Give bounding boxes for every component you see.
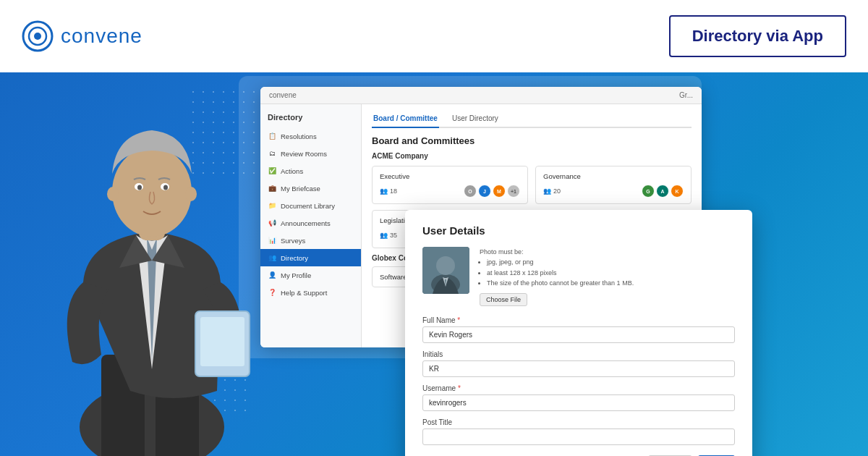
photo-requirements: Photo must be: jpg, jpeg, or png at leas… — [480, 247, 634, 306]
executive-footer: 👥 18 O J M +1 — [380, 185, 520, 198]
svg-point-5 — [436, 256, 455, 275]
sidebar-item-label: Directory — [281, 254, 308, 262]
username-label: Username * — [422, 384, 735, 392]
full-name-input[interactable] — [422, 326, 735, 343]
directory-badge: Directory via App — [669, 15, 846, 57]
post-title-label: Post Title — [422, 418, 735, 426]
sidebar-item-resolutions[interactable]: 📋 Resolutions — [260, 127, 361, 145]
form-group-initials: Initials — [422, 350, 735, 377]
post-title-input[interactable] — [422, 428, 735, 445]
convene-logo-icon — [22, 20, 54, 52]
sidebar-item-label: My Profile — [281, 271, 311, 279]
choose-file-button[interactable]: Choose File — [480, 293, 527, 306]
sidebar-item-label: Surveys — [281, 237, 305, 245]
sidebar-item-help[interactable]: ❓ Help & Support — [260, 284, 361, 301]
people-icon-gov: 👥 — [543, 187, 551, 195]
sidebar-title: Directory — [260, 110, 361, 127]
sidebar-item-briefcase[interactable]: 💼 My Briefcase — [260, 180, 361, 197]
svg-point-2 — [34, 33, 41, 40]
sidebar-item-label: Resolutions — [281, 132, 317, 140]
initials-input[interactable] — [422, 360, 735, 377]
initials-label: Initials — [422, 350, 735, 358]
sidebar-item-announcements[interactable]: 📢 Announcements — [260, 214, 361, 232]
sidebar-item-surveys[interactable]: 📊 Surveys — [260, 232, 361, 249]
avatar-exec-3: M — [493, 185, 506, 198]
username-input[interactable] — [422, 394, 735, 411]
user-details-modal: User Details Photo must be: jpg, jpeg, o… — [405, 210, 752, 456]
sidebar-item-review-rooms[interactable]: 🗂 Review Rooms — [260, 145, 361, 162]
svg-point-18 — [185, 187, 197, 201]
username-required: * — [458, 384, 461, 392]
executive-title: Executive — [380, 172, 520, 180]
content-title: Board and Committees — [372, 135, 692, 146]
governance-title: Governance — [543, 172, 684, 180]
governance-card[interactable]: Governance 👥 20 G A K — [535, 166, 692, 204]
executive-avatars: O J M +1 — [464, 185, 520, 198]
governance-avatars: G A K — [642, 185, 684, 198]
form-group-full-name: Full Name * — [422, 316, 735, 343]
sidebar-item-label: Announcements — [281, 219, 331, 227]
photo-req-2: at least 128 x 128 pixels — [487, 268, 634, 278]
person-illustration — [29, 80, 275, 456]
tab-board-committee[interactable]: Board / Committee — [372, 111, 439, 128]
avatar-gov-1: G — [642, 185, 655, 198]
sidebar-item-my-profile[interactable]: 👤 My Profile — [260, 266, 361, 284]
executive-count: 👥 18 — [380, 187, 397, 195]
header: convene Directory via App — [0, 0, 868, 72]
people-icon-exec: 👥 — [380, 187, 388, 195]
full-name-label: Full Name * — [422, 316, 735, 324]
company1-name: ACME Company — [372, 152, 692, 160]
tabs-row: Board / Committee User Directory — [372, 111, 692, 128]
sidebar-item-label: My Briefcase — [281, 185, 320, 193]
user-avatar-svg — [422, 247, 469, 294]
directory-badge-text: Directory via App — [692, 27, 823, 45]
required-marker: * — [457, 316, 460, 324]
governance-footer: 👥 20 G A K — [543, 185, 684, 198]
svg-rect-10 — [200, 317, 244, 366]
svg-point-15 — [137, 185, 142, 190]
photo-req-header: Photo must be: — [480, 247, 634, 257]
sidebar-item-document-library[interactable]: 📁 Document Library — [260, 197, 361, 214]
modal-avatar — [422, 247, 469, 294]
logo-text: convene — [61, 25, 142, 48]
form-group-username: Username * — [422, 384, 735, 411]
modal-photo-row: Photo must be: jpg, jpeg, or png at leas… — [422, 247, 735, 306]
tab-user-directory[interactable]: User Directory — [451, 111, 500, 128]
avatar-exec-plus: +1 — [507, 185, 520, 198]
svg-point-17 — [107, 187, 119, 201]
app-titlebar-right: Gr... — [679, 91, 693, 99]
executive-card[interactable]: Executive 👥 18 O J M +1 — [372, 166, 528, 204]
modal-title: User Details — [422, 224, 735, 237]
sidebar-item-label: Help & Support — [281, 289, 327, 297]
avatar-exec-2: J — [478, 185, 491, 198]
sidebar-item-directory[interactable]: 👥 Directory — [260, 249, 361, 266]
form-group-post-title: Post Title — [422, 418, 735, 445]
governance-count: 👥 20 — [543, 187, 561, 195]
photo-req-3: The size of the photo cannot be greater … — [487, 278, 634, 288]
sidebar: Directory 📋 Resolutions 🗂 Review Rooms ✅… — [260, 104, 362, 347]
legislative-count: 👥 35 — [380, 232, 397, 239]
sidebar-item-label: Document Library — [281, 202, 335, 210]
sidebar-item-label: Actions — [281, 167, 303, 175]
avatar-exec-1: O — [464, 185, 477, 198]
avatar-gov-2: A — [656, 185, 669, 198]
photo-req-1: jpg, jpeg, or png — [487, 257, 634, 267]
logo-area: convene — [22, 20, 142, 52]
svg-point-12 — [112, 147, 192, 237]
app-titlebar: convene Gr... — [260, 87, 702, 104]
sidebar-item-actions[interactable]: ✅ Actions — [260, 162, 361, 180]
committee-cards-row: Executive 👥 18 O J M +1 — [372, 166, 692, 204]
sidebar-item-label: Review Rooms — [281, 150, 327, 158]
svg-point-16 — [163, 185, 168, 190]
people-icon-leg: 👥 — [380, 232, 388, 239]
avatar-gov-3: K — [671, 185, 684, 198]
